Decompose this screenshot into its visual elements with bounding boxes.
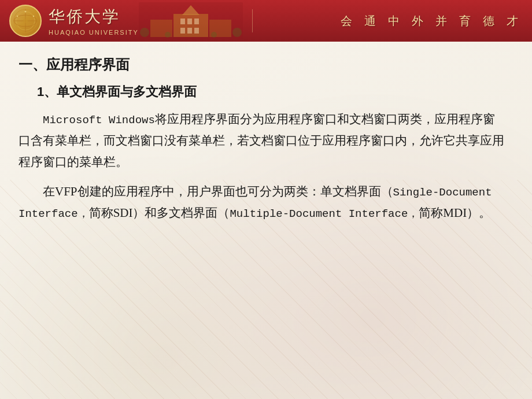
svg-point-6 [25, 11, 27, 13]
paragraph-1: Microsoft Windows将应用程序界面分为应用程序窗口和文档窗口两类，… [19, 109, 504, 173]
university-logo [9, 5, 42, 37]
svg-point-21 [232, 28, 242, 37]
svg-rect-13 [187, 19, 192, 24]
header-building-image [139, 2, 243, 39]
header-motto: 会 通 中 外 并 育 德 才 [341, 13, 523, 29]
paragraph-1-prefix: Microsoft Windows [43, 114, 155, 127]
svg-rect-15 [180, 28, 185, 34]
svg-point-20 [140, 28, 149, 37]
svg-point-5 [23, 19, 28, 23]
paragraph-2-intro: 在VFP创建的应用程序中，用户界面也可分为两类：单文档界面（ [43, 184, 393, 198]
paragraph-2: 在VFP创建的应用程序中，用户界面也可分为两类：单文档界面（Single-Doc… [19, 181, 504, 224]
svg-point-23 [211, 32, 217, 38]
university-name-en: HUAQIAO UNIVERSITY [49, 29, 139, 36]
svg-point-22 [165, 32, 171, 38]
svg-point-7 [33, 16, 34, 17]
svg-rect-14 [194, 19, 199, 24]
svg-rect-12 [180, 19, 185, 24]
sub-title: 1、单文档界面与多文档界面 [37, 83, 504, 101]
header-bar: 华侨大学 HUAQIAO UNIVERSITY [0, 0, 532, 42]
university-name-block: 华侨大学 HUAQIAO UNIVERSITY [49, 6, 139, 36]
paragraph-2-sdi-cn: 简称SDI）和多文档界面（ [89, 206, 230, 220]
section-title: 一、应用程序界面 [19, 56, 504, 74]
header-divider [252, 9, 253, 32]
paragraph-2-mdi: Multiple-Document Interface， [230, 208, 419, 220]
paragraph-2-mdi-cn: 简称MDI）。 [419, 206, 491, 220]
svg-point-8 [17, 16, 18, 17]
svg-rect-17 [194, 28, 199, 34]
svg-rect-16 [187, 28, 192, 34]
main-content: 一、应用程序界面 1、单文档界面与多文档界面 Microsoft Windows… [0, 42, 532, 243]
university-name-cn: 华侨大学 [49, 6, 139, 28]
logo-area: 华侨大学 HUAQIAO UNIVERSITY [9, 5, 139, 37]
slide-container: 华侨大学 HUAQIAO UNIVERSITY [0, 0, 532, 399]
